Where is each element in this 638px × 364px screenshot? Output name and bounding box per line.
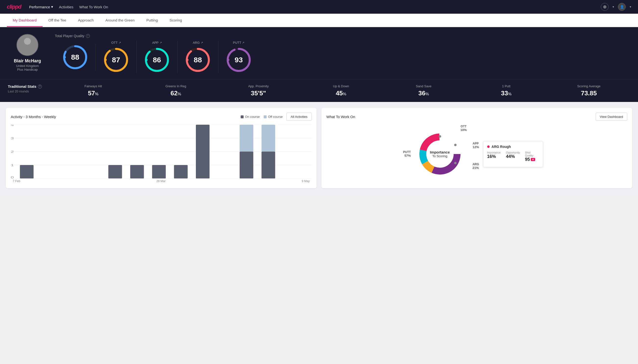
stat-scoring-average: Scoring Average 73.85 [548, 84, 630, 97]
svg-rect-30 [152, 165, 166, 178]
donut-center: Importance To Scoring [415, 130, 465, 178]
donut-section: PUTT 57% OTT 10% APP 12% ARG 21% [326, 125, 627, 183]
chart-area: 4 3 2 1 0 [11, 125, 312, 178]
chart-header: Activity - 3 Months - Weekly On course O… [11, 113, 312, 121]
svg-point-10 [145, 59, 148, 61]
tab-around-the-green[interactable]: Around the Green [100, 14, 140, 27]
svg-rect-27 [20, 165, 34, 178]
activity-chart-card: Activity - 3 Months - Weekly On course O… [6, 108, 317, 188]
tooltip-dot [487, 146, 490, 148]
score-app-value: 86 [153, 56, 161, 64]
donut-label-putt: PUTT 57% [403, 150, 411, 158]
stat-greens-in-reg: Greens In Reg 62% [134, 84, 217, 97]
total-quality-label: Total Player Quality ? [55, 34, 630, 38]
score-total: 88 [55, 44, 96, 71]
score-arg-label: ARG ↗ [193, 41, 203, 44]
chart-legend: On course Off course All Activities [241, 113, 312, 121]
stats-help-icon[interactable]: ? [38, 84, 42, 88]
svg-rect-31 [174, 165, 188, 178]
bar-chart: 4 3 2 1 0 [11, 125, 312, 178]
stats-label: Traditional Stats ? Last 20 rounds [8, 84, 52, 93]
donut-label-arg: ARG 21% [473, 162, 479, 170]
circle-arg: 88 [184, 46, 211, 73]
svg-rect-32 [196, 125, 209, 178]
add-button[interactable]: ⊕ [601, 3, 609, 11]
avatar [17, 34, 39, 56]
circle-app: 86 [143, 46, 170, 73]
tab-approach[interactable]: Approach [72, 14, 99, 27]
all-activities-button[interactable]: All Activities [286, 113, 312, 121]
score-circles: 88 OTT ↗ 87 [55, 41, 630, 73]
nav-links: Performance ▾ Activities What To Work On [29, 5, 593, 9]
nav-what-to-work-on[interactable]: What To Work On [79, 5, 108, 9]
tab-scoring[interactable]: Scoring [164, 14, 188, 27]
tab-my-dashboard[interactable]: My Dashboard [7, 14, 43, 27]
stat-sand-save: Sand Save 36% [382, 84, 465, 97]
wtw-importance-col: Importance 16% [487, 151, 501, 162]
circle-putt: 93 [225, 46, 252, 73]
svg-rect-33 [240, 152, 253, 178]
player-name: Blair McHarg [14, 58, 41, 64]
logo: clippd [7, 4, 21, 10]
bottom-section: Activity - 3 Months - Weekly On course O… [0, 102, 638, 194]
svg-point-13 [186, 59, 188, 61]
svg-text:0: 0 [11, 176, 14, 178]
score-ott-label: OTT ↗ [111, 41, 121, 44]
svg-text:4: 4 [11, 125, 14, 127]
score-app: APP ↗ 86 [137, 41, 177, 73]
stats-subtitle: Last 20 rounds [8, 90, 52, 93]
score-arg-value: 88 [194, 56, 202, 64]
chart-title: Activity - 3 Months - Weekly [11, 115, 56, 119]
svg-rect-35 [262, 152, 275, 178]
nav-performance[interactable]: Performance ▾ [29, 5, 53, 9]
score-ott: OTT ↗ 87 [96, 41, 137, 73]
legend-off-course-dot [264, 116, 267, 118]
nav-activities[interactable]: Activities [59, 5, 73, 9]
nav-right: ⊕ ▾ 👤 ▾ [601, 3, 631, 11]
score-putt: PUTT ↗ 93 [218, 41, 259, 73]
top-navigation: clippd Performance ▾ Activities What To … [0, 0, 638, 14]
svg-point-16 [227, 59, 230, 61]
stat-app-proximity: App. Proximity 35'5" [217, 84, 300, 97]
shot-quality-badge: ▼ [531, 158, 535, 161]
user-avatar[interactable]: 👤 [618, 3, 626, 11]
svg-point-0 [24, 38, 31, 45]
tab-off-the-tee[interactable]: Off the Tee [43, 14, 72, 27]
view-dashboard-button[interactable]: View Dashboard [596, 113, 627, 121]
legend-off-course: Off course [264, 115, 283, 118]
score-app-label: APP ↗ [152, 41, 162, 44]
score-total-value: 88 [71, 53, 79, 61]
stat-up-and-down: Up & Down 45% [300, 84, 382, 97]
wtw-opportunity-col: Opportunity 44% [506, 151, 520, 162]
legend-on-course: On course [241, 115, 260, 118]
stat-1-putt: 1 Putt 33% [465, 84, 547, 97]
player-handicap: Plus Handicap [17, 68, 38, 72]
svg-rect-28 [108, 165, 122, 178]
stats-title: Traditional Stats ? [8, 84, 52, 88]
hero-section: Blair McHarg United Kingdom Plus Handica… [0, 27, 638, 79]
tab-putting[interactable]: Putting [140, 14, 164, 27]
tabs-bar: My Dashboard Off the Tee Approach Around… [0, 14, 638, 27]
score-putt-value: 93 [235, 56, 243, 64]
help-icon[interactable]: ? [86, 34, 90, 38]
player-info: Blair McHarg United Kingdom Plus Handica… [8, 34, 47, 72]
what-to-work-on-card: What To Work On View Dashboard PUTT 57% … [321, 108, 632, 188]
chart-x-labels: 7 Feb 28 Mar 9 May [11, 178, 312, 183]
wtw-shot-quality-col: Shot Quality 95 ▼ [525, 151, 539, 162]
svg-rect-36 [262, 125, 275, 152]
circle-total: 88 [62, 44, 89, 71]
svg-point-1 [22, 47, 33, 54]
wtw-title: What To Work On [326, 115, 355, 119]
legend-on-course-dot [241, 116, 244, 118]
score-arg: ARG ↗ 88 [177, 41, 218, 73]
wtw-header: What To Work On View Dashboard [326, 113, 627, 121]
stat-items: Fairways Hit 57% Greens In Reg 62% App. … [52, 84, 630, 97]
svg-rect-29 [130, 165, 144, 178]
player-country: United Kingdom [16, 64, 39, 68]
svg-point-7 [104, 59, 107, 61]
svg-text:3: 3 [11, 137, 14, 140]
scores-section: Total Player Quality ? 88 [55, 34, 630, 73]
score-putt-label: PUTT ↗ [233, 41, 245, 44]
donut-label-app: APP 12% [473, 142, 479, 149]
wtw-tooltip-metrics: Importance 16% Opportunity 44% Shot Qual… [487, 151, 539, 162]
